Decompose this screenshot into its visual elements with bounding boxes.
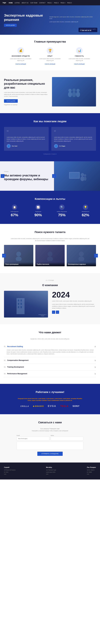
faq-item-1: 02. Compensation Management ∨ [4,357,96,364]
forums-title: Мы активно участвуем и проводим форумы, … [4,174,50,181]
footer-col-2: Лас-Лозарес 184 W. Street 1 NY 05880 USA [87,466,96,476]
advantages-section: Главные преимущества 💰 ЭКОНОМИЯ СРЕДСТВ … [0,35,100,70]
testimonial-text-1: Lorem ipsum dolor sit amet, consectetur … [54,136,93,142]
svg-point-4 [76,92,80,97]
talent-card-2: Инновационные кадровые [67,245,96,266]
footer-line-0-0: All Prisons 56 Panaroo [4,469,15,471]
partner-crolla: CROLLA [20,405,29,407]
stat-icon-3: 💡 [83,204,88,210]
testimonial-1: " Lorem ipsum dolor sit amet, consectetu… [51,127,96,151]
quote-mark-0: " [7,130,46,135]
name-label: Name [51,435,83,436]
forums-prev-button[interactable]: ‹ [1,174,4,178]
hero-cta-button[interactable]: ЧИТАТЬ ДАЛЕЕ [4,24,17,27]
talent-cards: Поиск руководящих Подбор персонала Иннов… [4,245,96,266]
nav-page2[interactable]: PAGE 2 [47,2,52,4]
stat-item-0: 📋 Работодатели 67% [4,204,25,217]
faq-number-3: 04. [4,373,6,374]
submit-button[interactable]: ОТПРАВИТЬ СООБЩЕНИЕ [37,452,63,456]
svg-point-5 [76,89,80,92]
advantages-grid: 💰 ЭКОНОМИЯ СРЕДСТВ Lorem ipsum dolor sit… [4,47,96,65]
advantage-title-0: ЭКОНОМИЯ СРЕДСТВ [9,55,33,57]
stat-item-1: 📈 Тенденции 90% [28,204,49,217]
nav-page5[interactable]: PAGE 5 [67,2,72,4]
forums-image [54,161,100,191]
drives-section: Что нами движет Sample text. Click to ed… [0,324,100,384]
forums-next-button[interactable]: › [52,174,56,178]
form-row-1: Email Name [17,435,83,440]
stat-item-3: 💡 Возможности 62% [75,204,96,217]
faq-toggle-0[interactable]: ∧ [95,345,96,348]
nav-about[interactable]: ABOUT US [22,2,28,4]
faq-title-0: Recruitment Staffing [7,346,95,348]
forums-left: ‹ ТЕМЫ Мы активно участвуем и проводим ф… [0,161,54,191]
talent-card-title-0: Поиск руководящих [5,264,32,265]
footer-col-1: Мегабау 114 Townseel Cupe- Lorem ipsum d… [46,466,56,476]
partners-section: Работаем с лучшими! Paragraph lorem ipsu… [0,384,100,414]
footer-line-1-1: Lorem ipsum dolor [46,471,56,473]
faq-title-3: Performance Management [7,373,95,375]
about-next-button[interactable]: › [56,310,59,314]
how-help-footer-link[interactable]: sh [55,154,57,154]
advantage-title-1: ОПЫТ [38,55,62,57]
nav-contact[interactable]: CONTACT [39,2,46,4]
svg-point-12 [16,256,22,261]
svg-point-1 [68,89,72,92]
faq-toggle-1[interactable]: ∨ [95,359,96,362]
faq-number-0: 01. [4,346,6,347]
faq-question-0[interactable]: 01. Recruitment Staffing ∧ [4,345,96,348]
how-help-title: Как мы помогаем людям [4,120,96,123]
partners-text-before: Paragraph lorem ipsum lorem text. Lorem … [18,398,71,399]
real-solutions-title: Реальные решения, разработанные специаль… [4,78,48,90]
real-solutions-text: Lorem ipsum dolor sit amet consectetur. … [4,92,48,97]
nav-home[interactable]: HOME [9,2,13,4]
email-input[interactable] [17,437,49,440]
advantage-text-2: Lorem ipsum dolor sit amet, consectetur … [67,58,91,62]
testimonial-author-0: 👤 Пол Смит [7,144,46,148]
advantage-link-1[interactable]: УЗНАТЬ БОЛЬШЕ [45,64,55,65]
forums-section: ‹ ТЕМЫ Мы активно участвуем и проводим ф… [0,161,100,191]
faq-item-0: 01. Recruitment Staffing ∧ Answer: Lorem… [4,343,96,357]
stat-value-0: 67% [4,213,25,217]
advantage-link-0[interactable]: УЗНАТЬ БОЛЬШЕ [15,64,26,65]
talent-next-button[interactable]: › [94,254,98,258]
faq-item-3: 04. Performance Management ∨ [4,370,96,377]
logo: logo [3,2,6,4]
footer-col-title-0: Сервей [4,466,15,468]
faq-question-3[interactable]: 04. Performance Management ∨ [4,372,96,375]
name-input[interactable] [51,437,83,440]
email-label: Email [17,435,49,436]
message-textarea[interactable] [17,442,83,450]
nav-team[interactable]: OUR TEAM [30,2,37,4]
form-group-name: Name [51,435,83,440]
faq-question-2[interactable]: 03. Training Development ∨ [4,366,96,368]
advantage-item-1: 🏆 ОПЫТ Lorem ipsum dolor sit amet, conse… [38,47,62,65]
contact-form: Email Name ОТПРАВИТЬ СООБЩЕНИЕ [17,435,83,456]
stat-label-2: Набор Персонала [51,211,72,212]
faq-question-1[interactable]: 02. Compensation Management ∨ [4,359,96,362]
footer-line-2-1: NY 05880 [87,471,96,473]
real-solutions-button[interactable]: ЧИТАТЬ ДАЛЕЕ [4,99,18,103]
talent-card-overlay-0: Поиск руководящих [4,262,33,266]
navbar: logo HOME LISTING ABOUT US OUR TEAM CONT… [0,0,100,5]
about-text-2: Lorem ipsum dolor sit amet, consectetur … [52,303,96,309]
drives-title: Что нами движет [4,331,96,334]
nav-page4[interactable]: PAGE 4 [61,2,65,4]
faq-toggle-3[interactable]: ∨ [95,372,96,375]
testimonial-text-0: Lorem ipsum dolor sit amet, consectetur … [7,136,46,142]
drives-intro: Sample text. Click to edit. Lorem dolor … [10,338,90,340]
nav-page3[interactable]: PAGE 3 [54,2,59,4]
advantage-text-1: Lorem ipsum dolor sit amet, consectetur … [38,58,62,62]
talent-prev-button[interactable]: ‹ [2,254,6,258]
faq-toggle-2[interactable]: ∨ [95,366,96,368]
about-prev-button[interactable]: ‹ [52,310,55,314]
advantage-link-2[interactable]: УЗНАТЬ БОЛЬШЕ [74,64,85,65]
nav-listing[interactable]: LISTING [14,2,20,4]
stat-label-0: Работодатели [4,211,25,212]
forums-label: ТЕМЫ [4,171,50,172]
about-text-1: Lorem Click to edit. Lorem ipsum dolor s… [52,300,96,302]
testimonial-0: " Lorem ipsum dolor sit amet, consectetu… [4,127,49,151]
advantage-icon-0: 💰 [17,47,24,54]
testimonials-grid: " Lorem ipsum dolor sit amet, consectetu… [4,127,96,151]
footer-line-0-1: NY 2022 [4,471,15,473]
